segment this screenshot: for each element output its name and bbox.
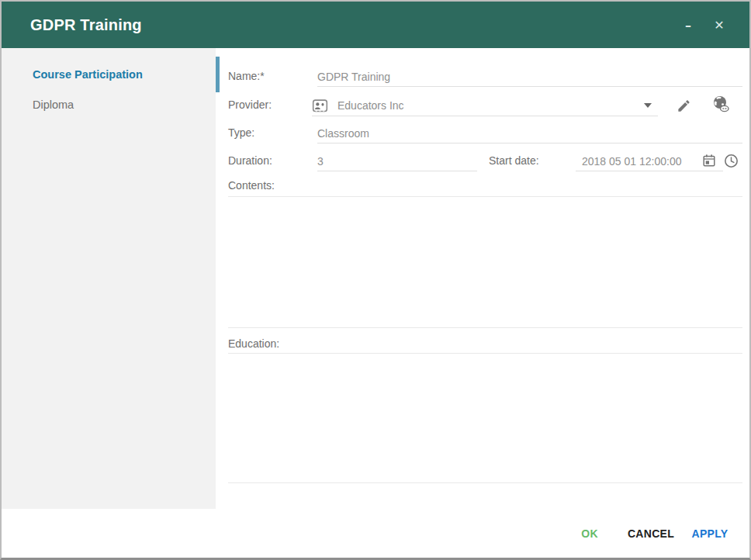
calendar-picker-button[interactable] [700, 151, 718, 170]
provider-select[interactable] [312, 95, 658, 116]
cancel-button[interactable]: CANCEL [618, 523, 684, 544]
sidebar-item-diploma[interactable]: Diploma [2, 95, 216, 114]
start-date-label: Start date: [489, 154, 539, 167]
contents-label: Contents: [228, 179, 275, 192]
window-controls: – ✕ [678, 2, 729, 48]
web-lookup-button[interactable] [709, 92, 732, 116]
type-label: Type: [228, 126, 254, 139]
name-input[interactable] [317, 67, 742, 87]
dialog-window: GDPR Training – ✕ Course Participation D… [0, 0, 751, 560]
globe-icon [711, 94, 731, 114]
sidebar-item-course-participation[interactable]: Course Participation [2, 65, 216, 84]
clock-icon [723, 153, 739, 169]
provider-input[interactable] [337, 99, 644, 112]
minimize-icon[interactable]: – [678, 15, 698, 35]
apply-button[interactable]: APPLY [686, 523, 734, 544]
duration-label: Duration: [228, 154, 272, 167]
titlebar: GDPR Training – ✕ [2, 2, 749, 48]
education-textarea[interactable] [228, 353, 742, 483]
calendar-icon [701, 153, 717, 168]
ok-button[interactable]: OK [570, 523, 609, 544]
time-picker-button[interactable] [722, 151, 740, 170]
provider-label: Provider: [228, 99, 272, 111]
type-input[interactable] [317, 124, 742, 143]
dropdown-arrow-icon[interactable] [644, 103, 652, 108]
window-title: GDPR Training [30, 16, 142, 34]
active-section-indicator [216, 57, 220, 92]
duration-input[interactable] [317, 152, 477, 171]
name-label: Name:* [228, 70, 265, 82]
pencil-icon [677, 99, 691, 113]
edit-provider-button[interactable] [673, 95, 694, 116]
contents-textarea[interactable] [228, 196, 742, 328]
education-label: Education: [228, 337, 279, 350]
close-icon[interactable]: ✕ [709, 15, 729, 35]
contact-card-icon [312, 98, 328, 114]
sidebar: Course Participation Diploma [2, 48, 216, 509]
